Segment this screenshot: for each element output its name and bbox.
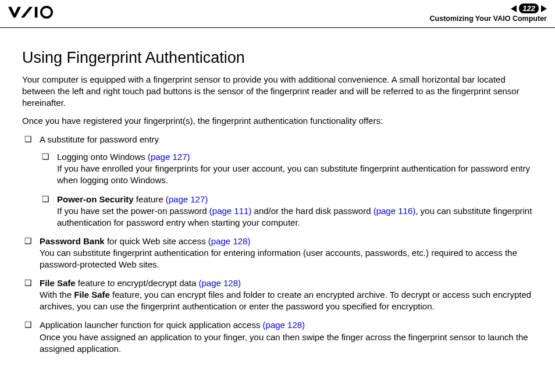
- item-text: A substitute for password entry: [40, 134, 159, 144]
- item-bold: File Safe: [74, 290, 110, 300]
- item-text: feature to encrypt/decrypt data: [76, 278, 199, 288]
- item-text: feature: [134, 194, 166, 204]
- page-header: 122 Customizing Your VAIO Computer: [0, 0, 555, 28]
- list-item: Application launcher function for quick …: [22, 319, 533, 354]
- next-page-arrow-icon[interactable]: [541, 5, 547, 12]
- item-body: and/or the hard disk password: [251, 206, 373, 216]
- item-body: With the: [40, 290, 74, 300]
- page-nav: 122: [430, 3, 547, 13]
- page-link[interactable]: (page 127): [166, 194, 208, 204]
- item-text: for quick Web site access: [105, 236, 208, 246]
- vaio-logo: [8, 6, 72, 19]
- svg-point-1: [41, 7, 52, 17]
- item-body: feature, you can encrypt files and folde…: [40, 290, 531, 311]
- item-bold: Power-on Security: [57, 194, 134, 204]
- list-item: A substitute for password entry Logging …: [22, 134, 533, 229]
- section-name: Customizing Your VAIO Computer: [430, 15, 547, 23]
- header-right: 122 Customizing Your VAIO Computer: [430, 3, 547, 23]
- list-item: Power-on Security feature (page 127) If …: [40, 194, 533, 229]
- page-link[interactable]: (page 128): [263, 320, 305, 330]
- list-item: Password Bank for quick Web site access …: [22, 236, 533, 270]
- item-bold: File Safe: [40, 278, 76, 288]
- item-body: You can substitute fingerprint authentic…: [40, 248, 517, 269]
- list-item: File Safe feature to encrypt/decrypt dat…: [22, 277, 533, 312]
- page-number: 122: [519, 3, 539, 13]
- item-body: If you have set the power-on password: [57, 206, 209, 216]
- item-body: If you have enrolled your fingerprints f…: [57, 163, 530, 185]
- feature-list: A substitute for password entry Logging …: [22, 134, 533, 355]
- page-content: Using Fingerprint Authentication Your co…: [0, 28, 555, 355]
- item-bold: Password Bank: [40, 236, 105, 246]
- svg-rect-0: [35, 7, 38, 17]
- list-item: Logging onto Windows (page 127) If you h…: [40, 151, 533, 186]
- prev-page-arrow-icon[interactable]: [511, 5, 517, 12]
- intro-paragraph-2: Once you have registered your fingerprin…: [22, 115, 533, 127]
- page-link[interactable]: (page 128): [199, 278, 241, 288]
- item-prefix: Application launcher function for quick …: [40, 320, 263, 330]
- intro-paragraph-1: Your computer is equipped with a fingerp…: [22, 74, 533, 108]
- page-link[interactable]: (page 111): [209, 206, 252, 216]
- page-link[interactable]: (page 127): [148, 152, 190, 162]
- item-body: Once you have assigned an application to…: [40, 332, 528, 354]
- page-link[interactable]: (page 116): [373, 206, 416, 216]
- page-link[interactable]: (page 128): [208, 236, 251, 246]
- page-title: Using Fingerprint Authentication: [22, 49, 533, 67]
- item-prefix: Logging onto Windows: [57, 152, 148, 162]
